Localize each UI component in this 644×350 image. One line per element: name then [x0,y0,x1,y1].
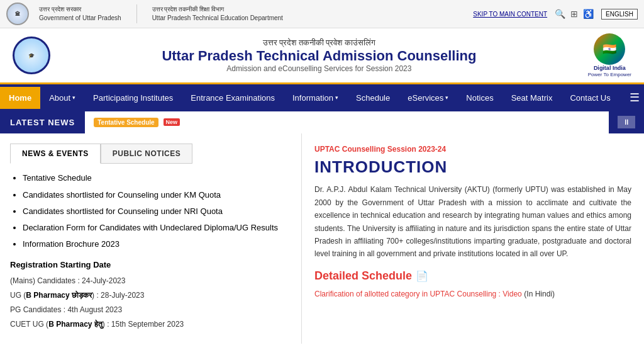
introduction-text: Dr. A.P.J. Abdul Kalam Technical Univers… [314,183,631,260]
gov-bar-left: 🏛 उत्तर प्रदेश सरकार Government of Uttar… [6,3,283,25]
eservices-dropdown-arrow: ▾ [445,94,448,101]
detailed-schedule-row: Detailed Schedule 📄 [314,269,631,283]
nav-schedule[interactable]: Schedule [347,87,399,109]
header-hindi-title: उत्तर प्रदेश तकनीकी प्रवेश काउंसलिंग [50,38,588,48]
main-navbar: Home About ▾ Participating Institutes En… [0,84,644,111]
left-panel: TOI NEWS & EVENTS PUBLIC NOTICES Tentati… [0,133,302,343]
nav-participating-institutes[interactable]: Participating Institutes [84,87,182,109]
gov-english-name: Government of Uttar Pradesh [39,14,121,23]
about-dropdown-arrow: ▾ [72,94,75,101]
reg-item-3: PG Candidates : 4th August 2023 [10,305,291,315]
gov-text-dept: उत्तर प्रदेश तकनीकी शिक्षा विभाग Uttar P… [152,5,283,23]
nav-eservices[interactable]: eServices ▾ [399,87,457,109]
nav-contact-us[interactable]: Contact Us [561,87,619,109]
registration-section: Registration Starting Date (Mains) Candi… [10,260,291,329]
nav-seat-matrix[interactable]: Seat Matrix [502,87,562,109]
ticker-controls: ⏸ [609,111,644,133]
latest-news-label: LATEST NEWS [0,111,85,133]
site-header: 🎓 उत्तर प्रदेश तकनीकी प्रवेश काउंसलिंग U… [0,28,644,84]
skip-to-content-link[interactable]: SKIP TO MAIN CONTENT [473,11,547,18]
up-seal-logo: 🎓 [13,37,50,74]
introduction-title: INTRODUCTION [314,157,631,177]
main-content: TOI NEWS & EVENTS PUBLIC NOTICES Tentati… [0,133,644,343]
digital-india-text: Digital India Power To Empower [588,65,631,77]
latest-news-bar: LATEST NEWS Tentative Schedule New ⏸ [0,111,644,133]
b-pharmacy-text: B Pharmacy छोड़कर [26,291,92,300]
gov-logos: 🏛 [6,3,29,25]
gov-bar: 🏛 उत्तर प्रदेश सरकार Government of Uttar… [0,0,644,28]
gov-text-up: उत्तर प्रदेश सरकार Government of Uttar P… [39,5,121,23]
reg-item-2: UG (B Pharmacy छोड़कर) : 28-July-2023 [10,290,291,301]
new-badge: New [164,118,180,126]
header-center: उत्तर प्रदेश तकनीकी प्रवेश काउंसलिंग Utt… [50,38,588,73]
dept-hindi-name: उत्तर प्रदेश तकनीकी शिक्षा विभाग [152,5,283,14]
gov-hindi-name: उत्तर प्रदेश सरकार [39,5,121,14]
clarification-link[interactable]: Clarification of allotted category in UP… [314,290,522,298]
reg-title: Registration Starting Date [10,260,291,269]
information-dropdown-arrow: ▾ [335,94,338,101]
header-logo-right: 🇮🇳 Digital India Power To Empower [588,33,631,77]
news-item-4[interactable]: Declaration Form for Candidates with Und… [23,222,291,234]
header-main-title: Uttar Pradesh Technical Admission Counse… [50,48,588,64]
tentative-schedule-label[interactable]: Tentative Schedule [94,118,158,127]
gov-bar-right: SKIP TO MAIN CONTENT 🔍 ⊞ ♿ ENGLISH [473,9,638,20]
tab-news-events[interactable]: NEWS & EVENTS [10,144,101,164]
sitemap-icon[interactable]: ⊞ [570,9,578,19]
nav-home[interactable]: Home [0,87,40,109]
news-ticker: Tentative Schedule New [85,111,609,133]
divider [136,4,137,23]
news-item-3[interactable]: Candidates shortlisted for Counseling un… [23,206,291,217]
nav-information[interactable]: Information ▾ [284,87,347,109]
pause-ticker-button[interactable]: ⏸ [618,116,635,128]
accessibility-icon[interactable]: ♿ [583,9,594,19]
detailed-schedule-link[interactable]: Detailed Schedule [314,269,412,283]
clarification-suffix: (In Hindi) [524,290,555,298]
di-circle-icon: 🇮🇳 [594,33,625,65]
hamburger-menu[interactable]: ☰ [619,84,644,111]
news-list: Tentative Schedule Candidates shortliste… [10,172,291,250]
nav-about[interactable]: About ▾ [40,87,84,109]
news-tabs: NEWS & EVENTS PUBLIC NOTICES [10,144,291,164]
news-item-5[interactable]: Information Brochure 2023 [23,239,291,250]
reg-item-4: CUET UG (B Pharmacy हेतु) : 15th Septemb… [10,319,291,330]
up-govt-logo: 🏛 [6,3,29,25]
nav-notices[interactable]: Notices [457,87,502,109]
digital-india-logo: 🇮🇳 Digital India Power To Empower [588,33,631,77]
language-button[interactable]: ENGLISH [601,9,638,20]
clarification-row: Clarification of allotted category in UP… [314,289,631,298]
reg-item-1: (Mains) Candidates : 24-July-2023 [10,276,291,286]
search-icon[interactable]: 🔍 [555,9,565,19]
news-item-2[interactable]: Candidates shortlisted for Counseling un… [23,189,291,201]
header-subtitle: Admission and eCounselling Services for … [50,64,588,73]
tab-public-notices[interactable]: PUBLIC NOTICES [101,144,192,164]
uptac-session-label: UPTAC Counselling Session 2023-24 [314,145,631,154]
b-pharmacy-hetu-text: B Pharmacy हेतु [48,320,103,329]
top-icons: 🔍 ⊞ ♿ [555,9,594,19]
right-panel: UPTAC Counselling Session 2023-24 INTROD… [302,133,644,343]
nav-entrance-examinations[interactable]: Entrance Examinations [182,87,284,109]
dept-english-name: Uttar Pradesh Technical Education Depart… [152,14,283,23]
document-icon: 📄 [416,270,428,282]
news-item-1[interactable]: Tentative Schedule [23,172,291,184]
